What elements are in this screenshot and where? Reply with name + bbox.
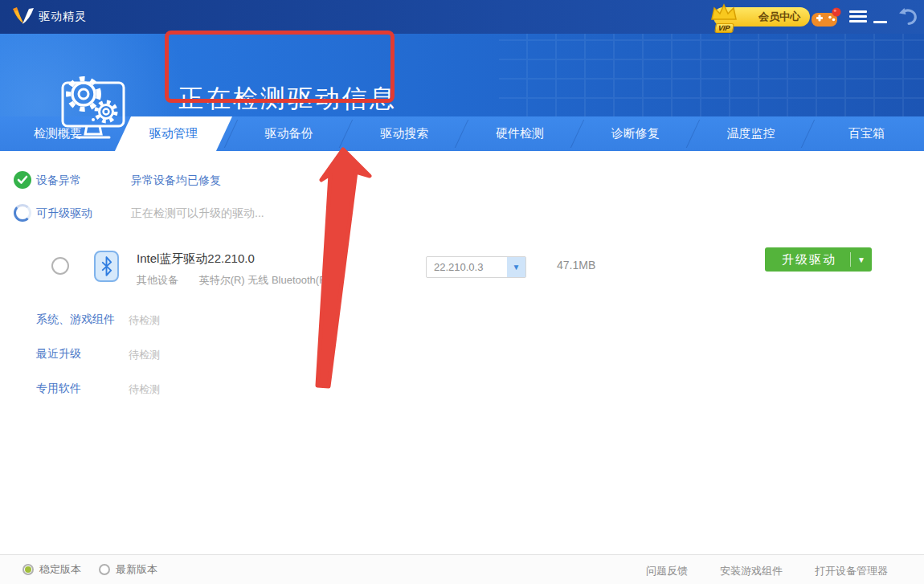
radio-selected-icon: [22, 564, 34, 575]
driver-category: 其他设备: [137, 274, 178, 286]
category-label: 专用软件: [36, 382, 81, 396]
feedback-link[interactable]: 问题反馈: [646, 564, 688, 578]
vip-text: VIP: [714, 23, 734, 33]
category-status: 待检测: [129, 313, 160, 328]
undo-back-icon[interactable]: [897, 6, 919, 27]
tab-temperature-monitor[interactable]: 温度监控: [693, 116, 809, 151]
hamburger-menu-icon[interactable]: [849, 10, 867, 23]
tab-diagnose-repair[interactable]: 诊断修复: [578, 116, 693, 151]
status-row-device-abnormal: 设备异常 异常设备均已修复: [0, 170, 924, 191]
gear-large: [68, 79, 99, 109]
app-logo-icon: [11, 6, 35, 27]
game-center-icon[interactable]: [810, 6, 844, 29]
category-label: 最近升级: [36, 347, 81, 361]
category-row-dedicated-software: 专用软件 待检测: [0, 382, 924, 399]
version-radio-group: 稳定版本 最新版本: [22, 562, 157, 577]
version-select[interactable]: 22.210.0.3 ▼: [426, 256, 526, 278]
driver-device-name: 英特尔(R) 无线 Bluetooth(R): [199, 274, 330, 286]
upgradable-status: 正在检测可以升级的驱动...: [131, 206, 264, 221]
footer-links: 问题反馈 安装游戏组件 打开设备管理器: [646, 564, 888, 578]
open-device-manager-link[interactable]: 打开设备管理器: [815, 564, 888, 578]
tab-toolbox[interactable]: 百宝箱: [808, 116, 924, 151]
upgradable-label: 可升级驱动: [36, 206, 92, 221]
status-row-upgradable: 可升级驱动 正在检测可以升级的驱动...: [0, 203, 924, 224]
banner: 正在检测驱动信息: [0, 34, 924, 116]
upgrade-driver-button[interactable]: 升级驱动 ▼: [765, 247, 872, 272]
member-center-label: 会员中心: [758, 10, 800, 24]
upgrade-button-label: 升级驱动: [765, 252, 850, 267]
radio-stable-version[interactable]: 稳定版本: [22, 562, 81, 577]
tab-hardware-detection[interactable]: 硬件检测: [462, 116, 578, 151]
device-abnormal-label: 设备异常: [36, 174, 81, 188]
device-abnormal-status: 异常设备均已修复: [131, 174, 221, 188]
bluetooth-icon: [94, 251, 119, 282]
category-row-recent-upgrade: 最近升级 待检测: [0, 347, 924, 365]
version-dropdown-icon[interactable]: ▼: [507, 257, 525, 277]
category-label: 系统、游戏组件: [36, 312, 115, 327]
category-status: 待检测: [129, 382, 160, 397]
driver-checkbox[interactable]: [51, 257, 69, 275]
titlebar: 驱动精灵 VIP 会员中心: [0, 0, 924, 34]
main-content: 设备异常 异常设备均已修复 可升级驱动 正在检测可以升级的驱动... Intel…: [0, 151, 924, 554]
radio-unselected-icon: [99, 564, 110, 575]
vip-member-button[interactable]: VIP 会员中心: [713, 7, 810, 27]
gear-small: [96, 102, 116, 121]
tab-driver-search[interactable]: 驱动搜索: [346, 116, 462, 151]
upgrade-dropdown-icon[interactable]: ▼: [851, 255, 872, 264]
tabbar: 检测概要 驱动管理 驱动备份 驱动搜索 硬件检测 诊断修复 温度监控 百宝箱: [0, 116, 924, 151]
driver-genius-window: 驱动精灵 VIP 会员中心: [0, 0, 924, 584]
footer: 稳定版本 最新版本 问题反馈 安装游戏组件 打开设备管理器: [0, 554, 924, 584]
tab-driver-backup[interactable]: 驱动备份: [231, 116, 347, 151]
driver-size: 47.1MB: [557, 259, 595, 272]
version-value: 22.210.0.3: [427, 257, 507, 277]
radio-latest-version[interactable]: 最新版本: [99, 562, 157, 577]
driver-title: Intel蓝牙驱动22.210.0: [137, 251, 255, 267]
category-status: 待检测: [129, 348, 160, 362]
driver-row-bluetooth: Intel蓝牙驱动22.210.0 其他设备 英特尔(R) 无线 Bluetoo…: [0, 247, 924, 295]
minimize-icon[interactable]: [873, 21, 887, 23]
app-name: 驱动精灵: [39, 10, 87, 24]
category-row-system-game: 系统、游戏组件 待检测: [0, 312, 924, 330]
annotation-red-box: [165, 31, 395, 103]
check-circle-icon: [14, 171, 31, 189]
driver-subtitle: 其他设备 英特尔(R) 无线 Bluetooth(R): [137, 273, 330, 288]
loading-spinner-icon: [14, 204, 31, 222]
monitor-gears-icon: [56, 70, 133, 142]
install-game-components-link[interactable]: 安装游戏组件: [720, 564, 783, 578]
